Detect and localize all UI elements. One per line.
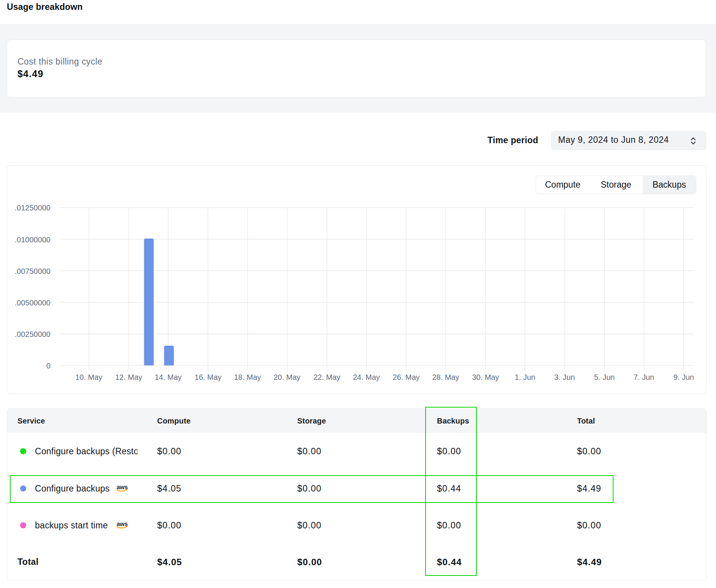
svg-text:aws: aws xyxy=(117,521,128,527)
